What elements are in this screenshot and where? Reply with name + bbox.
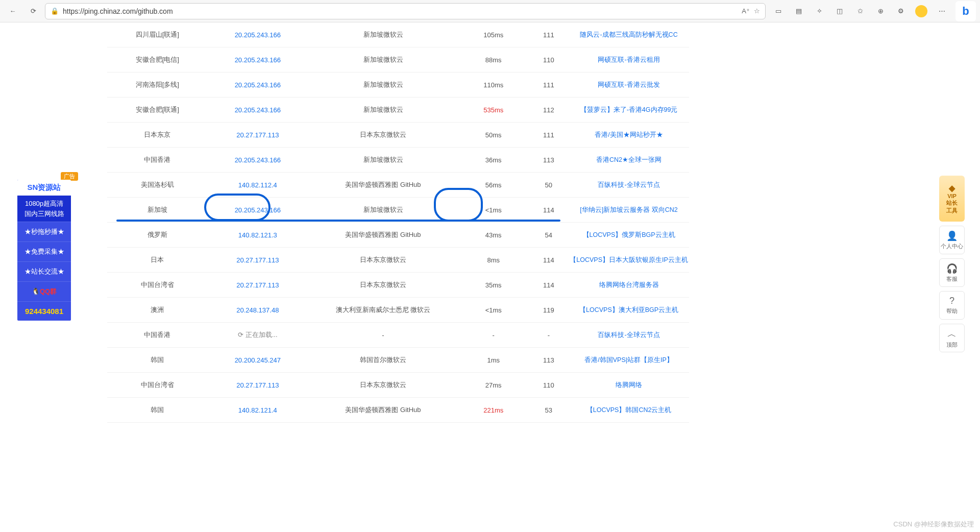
left-ad[interactable]: SN资源站 1080p超高清 国内三网线路 秒拖秒播 免费采集 站长交流 🐧QQ… (17, 180, 71, 321)
refresh-button[interactable]: ⟳ (24, 4, 42, 19)
sponsor-link[interactable]: 【LOCVPS】俄罗斯BGP云主机 (583, 231, 675, 238)
cell-region: 澳大利亚新南威尔士悉尼 微软云 (308, 305, 458, 315)
ip-link[interactable]: 20.205.243.166 (235, 156, 281, 164)
ip-link[interactable]: 20.205.243.166 (235, 206, 281, 214)
table-row: 中国香港20.205.243.166新加坡微软云36ms113香港CN2★全球一… (107, 148, 689, 173)
vip-button[interactable]: ◆ VIP 站长 工具 (939, 176, 965, 222)
cell-hop: 111 (529, 131, 569, 139)
cell-location: 中国台湾省 (107, 380, 208, 390)
cell-sponsor: 【LOCVPS】日本大阪软银原生IP云主机 (569, 256, 689, 264)
help-button[interactable]: ?帮助 (939, 291, 965, 320)
address-bar[interactable]: 🔒 https://ping.chinaz.com/github.com A⁺ … (45, 3, 766, 19)
ip-link[interactable]: 20.27.177.113 (236, 131, 279, 139)
cell-sponsor: 络腾网络 (569, 381, 689, 390)
sponsor-link[interactable]: 香港CN2★全球一张网 (596, 156, 662, 163)
ip-link[interactable]: 20.205.243.166 (235, 106, 281, 114)
cell-latency: 50ms (458, 131, 529, 139)
cell-latency: 43ms (458, 231, 529, 239)
cell-ip: 140.82.121.4 (208, 406, 308, 414)
sponsor-link[interactable]: 【LOCVPS】韩国CN2云主机 (586, 406, 672, 414)
sponsor-link[interactable]: 香港/韩国VPS|站群【原生IP】 (584, 356, 673, 364)
ip-link[interactable]: 20.27.177.113 (236, 281, 279, 289)
ip-link[interactable]: 20.205.243.166 (235, 56, 281, 64)
cell-latency: 110ms (458, 81, 529, 89)
cell-latency: 36ms (458, 156, 529, 164)
cell-region: 新加坡微软云 (308, 155, 458, 164)
profile-avatar[interactable] (912, 4, 931, 19)
table-row: 中国台湾省20.27.177.113日本东京微软云27ms110络腾网络 (107, 373, 689, 398)
cell-hop: 114 (529, 281, 569, 289)
sponsor-link[interactable]: 随风云-成都三线高防秒解无视CC (580, 31, 677, 38)
cell-ip: 20.27.177.113 (208, 381, 308, 389)
top-button[interactable]: ︿顶部 (939, 324, 965, 352)
cell-location: 中国台湾省 (107, 280, 208, 289)
cell-hop: 110 (529, 56, 569, 64)
extensions-icon[interactable]: ✧ (810, 4, 829, 19)
favorites-bar-icon[interactable]: ✩ (850, 4, 870, 19)
ip-link[interactable]: 20.27.177.113 (236, 256, 279, 264)
more-icon[interactable]: ⋯ (932, 4, 951, 19)
cell-location: 韩国 (107, 355, 208, 365)
ip-link[interactable]: 140.82.121.4 (238, 406, 277, 414)
sponsor-link[interactable]: 【菠萝云】来了-香港4G内存99元 (580, 106, 678, 113)
cell-latency: 88ms (458, 56, 529, 64)
cell-location: 新加坡 (107, 205, 208, 214)
cell-location: 四川眉山[联通] (107, 30, 208, 39)
sponsor-link[interactable]: 【LOCVPS】澳大利亚BGP云主机 (579, 306, 678, 313)
cell-region: 美国华盛顿西雅图 GitHub (308, 230, 458, 239)
cell-region: 新加坡微软云 (308, 80, 458, 89)
sponsor-link[interactable]: 网硕互联-香港云批发 (598, 81, 659, 88)
back-button[interactable]: ← (4, 4, 21, 19)
cell-region: 日本东京微软云 (308, 280, 458, 289)
reader-icon[interactable]: ▭ (769, 4, 788, 19)
collections-icon[interactable]: ⊕ (871, 4, 890, 19)
cell-location: 美国洛杉矶 (107, 180, 208, 189)
cell-sponsor: 随风云-成都三线高防秒解无视CC (569, 31, 689, 39)
ad-item: 免费采集 (17, 241, 71, 261)
headset-icon: 🎧 (946, 263, 958, 274)
ip-link[interactable]: 20.248.137.48 (236, 306, 279, 314)
ip-link[interactable]: 20.205.243.166 (235, 81, 281, 89)
read-aloud-icon[interactable]: A⁺ (742, 7, 750, 15)
ip-link[interactable]: 20.27.177.113 (236, 381, 279, 389)
ad-qq: 🐧QQ群 (17, 281, 71, 301)
sponsor-link[interactable]: 络腾网络台湾服务器 (599, 281, 659, 288)
cell-hop: 114 (529, 206, 569, 214)
ip-link[interactable]: 140.82.121.3 (238, 231, 277, 239)
sponsor-link[interactable]: [华纳云]新加坡云服务器 双向CN2 (580, 206, 677, 213)
ip-link[interactable]: 20.200.245.247 (235, 356, 281, 364)
tabs-icon[interactable]: ▤ (789, 4, 808, 19)
table-row: 美国洛杉矶140.82.112.4美国华盛顿西雅图 GitHub56ms50百纵… (107, 173, 689, 198)
cell-location: 河南洛阳[多线] (107, 80, 208, 89)
cell-region: 日本东京微软云 (308, 380, 458, 390)
bing-sidebar-icon[interactable]: b (955, 1, 976, 21)
cell-ip: 20.27.177.113 (208, 131, 308, 139)
performance-icon[interactable]: ⚙ (891, 4, 911, 19)
favorite-icon[interactable]: ☆ (754, 7, 760, 15)
cell-ip: 140.82.121.3 (208, 231, 308, 239)
ad-qq-num: 924434081 (17, 301, 71, 321)
cell-region: - (308, 331, 458, 339)
cell-region: 新加坡微软云 (308, 105, 458, 114)
table-row: 安徽合肥[电信]20.205.243.166新加坡微软云88ms110网硕互联-… (107, 47, 689, 72)
cell-sponsor: 【LOCVPS】韩国CN2云主机 (569, 406, 689, 415)
ip-link[interactable]: 140.82.112.4 (238, 181, 277, 189)
split-icon[interactable]: ◫ (830, 4, 849, 19)
table-row: 新加坡20.205.243.166新加坡微软云<1ms114[华纳云]新加坡云服… (107, 198, 689, 223)
personal-center-button[interactable]: 👤个人中心 (939, 226, 965, 254)
loading-spinner: ⟳ 正在加载... (238, 331, 277, 338)
sponsor-link[interactable]: 【LOCVPS】日本大阪软银原生IP云主机 (570, 256, 688, 263)
ad-title: SN资源站 (17, 180, 71, 196)
cell-location: 安徽合肥[联通] (107, 105, 208, 114)
diamond-icon: ◆ (949, 183, 955, 193)
sponsor-link[interactable]: 网硕互联-香港云租用 (598, 56, 659, 63)
sponsor-link[interactable]: 百纵科技-全球云节点 (598, 331, 659, 338)
chevron-up-icon: ︿ (947, 328, 957, 340)
service-button[interactable]: 🎧客服 (939, 258, 965, 287)
sponsor-link[interactable]: 络腾网络 (616, 381, 642, 389)
ip-link[interactable]: 20.205.243.166 (235, 31, 281, 39)
cell-region: 新加坡微软云 (308, 55, 458, 64)
sponsor-link[interactable]: 香港/美国★网站秒开★ (595, 131, 663, 138)
sponsor-link[interactable]: 百纵科技-全球云节点 (598, 181, 659, 188)
table-row: 澳洲20.248.137.48澳大利亚新南威尔士悉尼 微软云<1ms119【LO… (107, 298, 689, 323)
